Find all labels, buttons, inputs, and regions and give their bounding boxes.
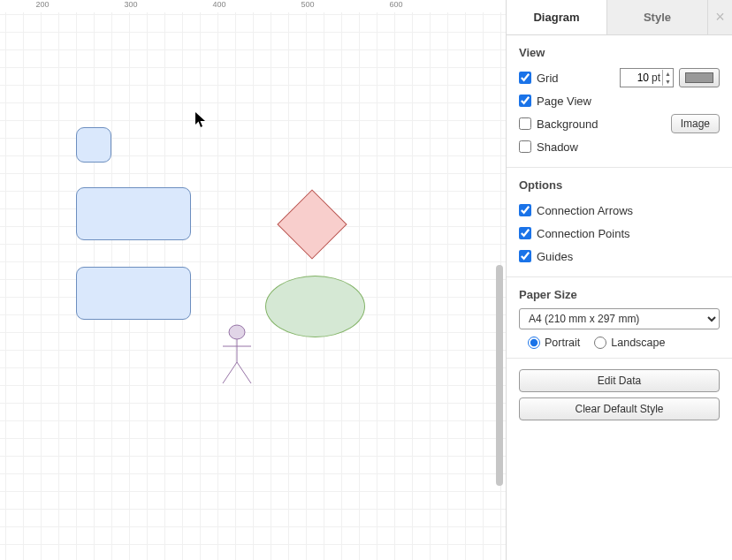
shape-rounded-rect[interactable] xyxy=(76,267,191,320)
landscape-radio[interactable] xyxy=(594,337,606,349)
ruler-tick: 400 xyxy=(209,0,230,9)
clear-default-style-button[interactable]: Clear Default Style xyxy=(519,397,720,420)
background-label: Background xyxy=(537,117,598,131)
button-label: Image xyxy=(681,117,710,130)
svg-point-0 xyxy=(229,325,245,339)
scrollbar-thumb[interactable] xyxy=(496,265,503,486)
guides-label: Guides xyxy=(537,250,573,263)
grid-size-stepper[interactable]: ▲▼ xyxy=(662,70,673,86)
section-heading: Options xyxy=(519,178,720,192)
section-paper-size: Paper Size A4 (210 mm x 297 mm) Portrait… xyxy=(507,277,732,359)
ruler-tick: 200 xyxy=(32,0,53,9)
shape-rounded-rect[interactable] xyxy=(76,127,111,163)
connection-points-label: Connection Points xyxy=(537,227,630,240)
ruler-horizontal: 200 300 400 500 600 xyxy=(0,0,506,12)
ruler-tick: 300 xyxy=(120,0,141,9)
canvas-area[interactable]: 200 300 400 500 600 xyxy=(0,0,506,560)
grid-size-field[interactable] xyxy=(621,72,651,84)
cursor-icon xyxy=(194,111,207,129)
close-icon[interactable]: × xyxy=(707,0,732,34)
guides-checkbox[interactable] xyxy=(519,250,531,262)
section-actions: Edit Data Clear Default Style xyxy=(507,359,732,435)
connection-arrows-checkbox[interactable] xyxy=(519,204,531,216)
connection-arrows-label: Connection Arrows xyxy=(537,204,633,217)
pageview-label: Page View xyxy=(537,95,591,108)
shape-ellipse[interactable] xyxy=(265,276,365,337)
shadow-label: Shadow xyxy=(537,140,578,154)
orientation-landscape[interactable]: Landscape xyxy=(594,337,665,349)
background-checkbox[interactable] xyxy=(519,117,531,130)
background-image-button[interactable]: Image xyxy=(671,114,720,133)
tab-label: Diagram xyxy=(533,11,579,24)
tab-diagram[interactable]: Diagram xyxy=(507,0,607,34)
properties-panel: Diagram Style × View Grid pt ▲▼ xyxy=(506,0,732,560)
shape-rounded-rect[interactable] xyxy=(76,187,191,240)
grid-size-input[interactable]: pt ▲▼ xyxy=(620,68,674,87)
button-label: Edit Data xyxy=(598,375,641,387)
panel-tabbar: Diagram Style × xyxy=(507,0,732,35)
grid-color-button[interactable] xyxy=(679,68,720,87)
portrait-radio[interactable] xyxy=(528,337,540,349)
drawing-canvas[interactable] xyxy=(0,12,506,560)
ruler-tick: 500 xyxy=(297,0,318,9)
edit-data-button[interactable]: Edit Data xyxy=(519,369,720,392)
section-options: Options Connection Arrows Connection Poi… xyxy=(507,168,732,277)
pageview-checkbox[interactable] xyxy=(519,95,531,107)
connection-points-checkbox[interactable] xyxy=(519,227,531,239)
radio-label: Portrait xyxy=(545,337,580,349)
ruler-tick: 600 xyxy=(385,0,407,9)
grid-label: Grid xyxy=(537,72,559,85)
section-heading: View xyxy=(519,46,720,59)
button-label: Clear Default Style xyxy=(575,403,663,415)
radio-label: Landscape xyxy=(611,337,665,349)
svg-line-4 xyxy=(237,362,251,383)
shape-actor[interactable] xyxy=(217,323,256,387)
section-heading: Paper Size xyxy=(519,288,720,301)
paper-size-select[interactable]: A4 (210 mm x 297 mm) xyxy=(519,308,720,329)
shape-diamond[interactable] xyxy=(277,189,347,260)
svg-line-3 xyxy=(223,362,237,383)
tab-label: Style xyxy=(644,11,671,24)
grid-size-unit: pt xyxy=(651,72,662,84)
shadow-checkbox[interactable] xyxy=(519,140,531,153)
tab-style[interactable]: Style xyxy=(607,0,707,34)
section-view: View Grid pt ▲▼ Page View xyxy=(507,35,732,168)
orientation-portrait[interactable]: Portrait xyxy=(528,337,580,349)
grid-checkbox[interactable] xyxy=(519,72,531,84)
